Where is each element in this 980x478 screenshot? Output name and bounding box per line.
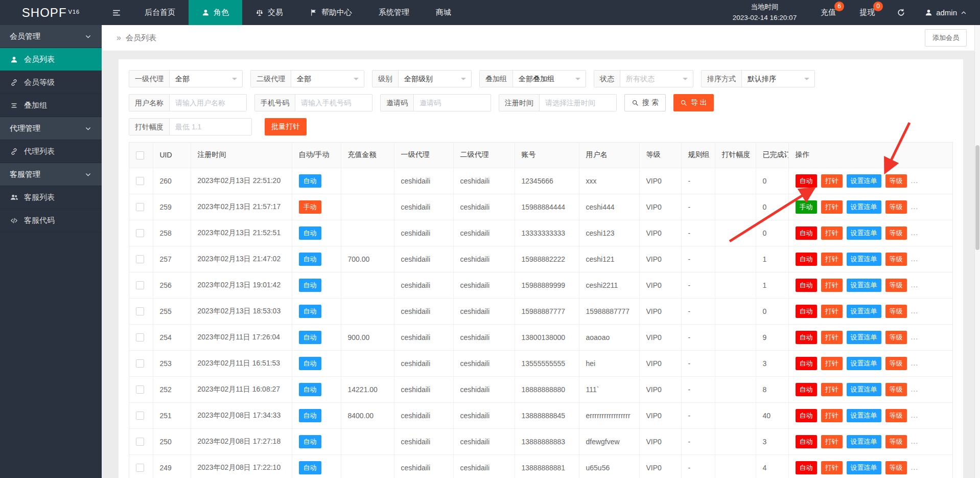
filter-select-value[interactable]: 所有状态 [620, 71, 693, 87]
row-checkbox[interactable] [136, 307, 144, 315]
needle-button[interactable]: 打针 [821, 383, 843, 396]
row-checkbox[interactable] [136, 255, 144, 263]
more-actions-button[interactable]: ... [911, 359, 919, 367]
menu-toggle-button[interactable] [102, 0, 131, 25]
toggle-mode-button[interactable]: 自动 [796, 461, 817, 474]
needle-button[interactable]: 打针 [821, 305, 843, 318]
level-button[interactable]: 等级 [885, 253, 907, 266]
recharge-button[interactable]: 充值 6 [809, 0, 848, 25]
row-checkbox[interactable] [136, 229, 144, 237]
toggle-mode-button[interactable]: 自动 [796, 174, 817, 188]
set-chain-order-button[interactable]: 设置连单 [847, 305, 881, 318]
sidebar-group-member-management[interactable]: 会员管理 [0, 25, 102, 48]
set-chain-order-button[interactable]: 设置连单 [847, 279, 881, 292]
row-checkbox[interactable] [136, 464, 144, 472]
filter-select-value[interactable]: 全部 [291, 71, 364, 87]
sidebar-group-agent-management[interactable]: 代理管理 [0, 117, 102, 140]
level-button[interactable]: 等级 [885, 461, 907, 474]
needle-button[interactable]: 打针 [821, 435, 843, 448]
more-actions-button[interactable]: ... [911, 463, 919, 471]
level-button[interactable]: 等级 [885, 200, 907, 214]
level-button[interactable]: 等级 [885, 435, 907, 448]
sidebar-item-stack-group[interactable]: 叠加组 [0, 94, 102, 117]
more-actions-button[interactable]: ... [911, 202, 919, 211]
toggle-mode-button[interactable]: 自动 [796, 305, 817, 318]
level-button[interactable]: 等级 [885, 357, 907, 370]
sidebar-item-agent-list[interactable]: 代理列表 [0, 140, 102, 163]
row-checkbox[interactable] [136, 385, 144, 394]
level-button[interactable]: 等级 [885, 226, 907, 240]
sidebar-item-member-level[interactable]: 会员等级 [0, 71, 102, 94]
set-chain-order-button[interactable]: 设置连单 [847, 383, 881, 396]
set-chain-order-button[interactable]: 设置连单 [847, 409, 881, 422]
set-chain-order-button[interactable]: 设置连单 [847, 253, 881, 266]
sidebar-group-service-management[interactable]: 客服管理 [0, 163, 102, 186]
level-button[interactable]: 等级 [885, 305, 907, 318]
sidebar-item-member-list[interactable]: 会员列表 [0, 48, 102, 71]
needle-button[interactable]: 打针 [821, 174, 843, 188]
user-menu[interactable]: admin [916, 0, 980, 25]
filter-text-input[interactable] [414, 95, 491, 111]
set-chain-order-button[interactable]: 设置连单 [847, 331, 881, 344]
more-actions-button[interactable]: ... [911, 385, 919, 393]
nav-item-trade[interactable]: 交易 [242, 0, 296, 25]
needle-button[interactable]: 打针 [821, 279, 843, 292]
more-actions-button[interactable]: ... [911, 333, 919, 341]
needle-button[interactable]: 打针 [821, 331, 843, 344]
set-chain-order-button[interactable]: 设置连单 [847, 174, 881, 188]
more-actions-button[interactable]: ... [911, 411, 919, 419]
filter-text-input[interactable] [295, 95, 372, 111]
toggle-mode-button[interactable]: 自动 [796, 357, 817, 370]
needle-range-input[interactable] [170, 119, 251, 135]
row-checkbox[interactable] [136, 333, 144, 342]
filter-select-value[interactable]: 全部级别 [399, 71, 471, 87]
toggle-mode-button[interactable]: 自动 [796, 435, 817, 448]
more-actions-button[interactable]: ... [911, 307, 919, 315]
more-actions-button[interactable]: ... [911, 437, 919, 445]
set-chain-order-button[interactable]: 设置连单 [847, 200, 881, 214]
level-button[interactable]: 等级 [885, 383, 907, 396]
needle-button[interactable]: 打针 [821, 409, 843, 422]
nav-item-role[interactable]: 角色 [189, 0, 242, 25]
export-button[interactable]: 导 出 [673, 94, 714, 111]
toggle-mode-button[interactable]: 自动 [796, 226, 817, 240]
add-member-button[interactable]: 添加会员 [925, 29, 967, 47]
toggle-mode-button[interactable]: 自动 [796, 279, 817, 292]
set-chain-order-button[interactable]: 设置连单 [847, 461, 881, 474]
filter-select-value[interactable]: 全部叠加组 [513, 71, 586, 87]
more-actions-button[interactable]: ... [911, 229, 919, 237]
needle-button[interactable]: 打针 [821, 461, 843, 474]
more-actions-button[interactable]: ... [911, 176, 919, 185]
search-button[interactable]: 搜 索 [624, 94, 666, 111]
more-actions-button[interactable]: ... [911, 281, 919, 289]
vertical-scrollbar[interactable] [974, 25, 980, 478]
row-checkbox[interactable] [136, 177, 144, 185]
needle-button[interactable]: 打针 [821, 226, 843, 240]
filter-select-value[interactable]: 默认排序 [742, 71, 814, 87]
set-chain-order-button[interactable]: 设置连单 [847, 357, 881, 370]
toggle-mode-button[interactable]: 自动 [796, 253, 817, 266]
filter-text-input[interactable] [170, 95, 246, 111]
level-button[interactable]: 等级 [885, 331, 907, 344]
filter-select-value[interactable]: 全部 [170, 71, 242, 87]
level-button[interactable]: 等级 [885, 279, 907, 292]
row-checkbox[interactable] [136, 203, 144, 211]
row-checkbox[interactable] [136, 412, 144, 420]
nav-item-system-management[interactable]: 系统管理 [365, 0, 423, 25]
level-button[interactable]: 等级 [885, 174, 907, 188]
row-checkbox[interactable] [136, 359, 144, 368]
toggle-mode-button[interactable]: 手动 [796, 200, 817, 214]
row-checkbox[interactable] [136, 281, 144, 289]
needle-button[interactable]: 打针 [821, 200, 843, 214]
withdraw-button[interactable]: 提现 0 [848, 0, 886, 25]
set-chain-order-button[interactable]: 设置连单 [847, 226, 881, 240]
nav-item-mall[interactable]: 商城 [423, 0, 464, 25]
row-checkbox[interactable] [136, 438, 144, 446]
more-actions-button[interactable]: ... [911, 255, 919, 263]
level-button[interactable]: 等级 [885, 409, 907, 422]
scrollbar-thumb[interactable] [975, 145, 979, 250]
nav-item-help-center[interactable]: 帮助中心 [296, 0, 365, 25]
set-chain-order-button[interactable]: 设置连单 [847, 435, 881, 448]
sidebar-item-service-code[interactable]: 客服代码 [0, 209, 102, 232]
sidebar-item-service-list[interactable]: 客服列表 [0, 186, 102, 209]
